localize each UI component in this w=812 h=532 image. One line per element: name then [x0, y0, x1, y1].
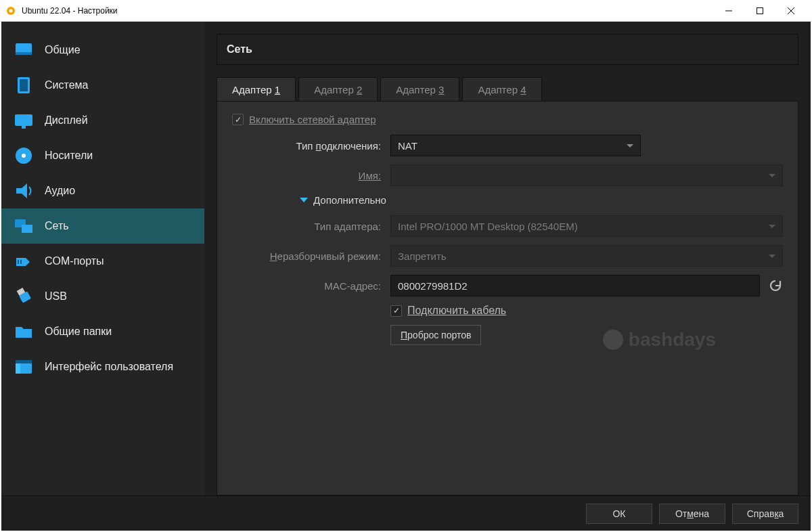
- tab-adapter-3[interactable]: Адаптер 3: [380, 77, 459, 102]
- dialog-footer: ОК Отмена Справка: [1, 495, 811, 531]
- name-select: [390, 164, 783, 186]
- sidebar-item-label: USB: [45, 290, 67, 303]
- main-panel: Сеть Адаптер 1 Адаптер 2 Адаптер 3 Адапт…: [204, 22, 811, 495]
- audio-icon: [12, 179, 35, 202]
- svg-rect-3: [757, 7, 763, 14]
- advanced-disclosure[interactable]: Дополнительно: [300, 194, 783, 206]
- folder-icon: [12, 320, 35, 343]
- storage-icon: [12, 144, 35, 167]
- chevron-down-icon: [627, 144, 633, 148]
- system-icon: [12, 74, 35, 97]
- sidebar-item-label: Сеть: [45, 220, 69, 232]
- sidebar-item-label: Система: [45, 79, 88, 91]
- sidebar-item-system[interactable]: Система: [1, 68, 204, 103]
- adapter-tabbar: Адаптер 1 Адаптер 2 Адаптер 3 Адаптер 4: [217, 77, 798, 102]
- attached-select[interactable]: NAT: [390, 135, 641, 156]
- window-body: Общие Система Дисплей Носители Аудио Сет…: [1, 22, 811, 531]
- refresh-mac-icon[interactable]: [768, 278, 783, 293]
- svg-rect-16: [18, 260, 19, 264]
- sidebar-item-serial[interactable]: COM-порты: [1, 244, 204, 279]
- tab-adapter-4[interactable]: Адаптер 4: [462, 77, 541, 102]
- promiscuous-label: Неразборчивый режим:: [232, 250, 390, 262]
- sidebar-item-ui[interactable]: Интерфейс пользователя: [1, 349, 204, 384]
- adapter-type-label: Тип адаптера:: [232, 221, 390, 232]
- chevron-down-icon: [769, 254, 775, 258]
- app-gear-icon: [5, 5, 16, 16]
- promiscuous-select: Запретить: [390, 245, 783, 267]
- sidebar-item-display[interactable]: Дисплей: [1, 103, 204, 138]
- port-forwarding-button[interactable]: Проброс портов: [390, 325, 481, 345]
- svg-point-13: [22, 154, 26, 158]
- sidebar-item-label: Дисплей: [45, 114, 88, 127]
- svg-rect-17: [20, 260, 22, 264]
- adapter-type-value: Intel PRO/1000 MT Desktop (82540EM): [398, 221, 578, 232]
- svg-rect-7: [16, 52, 32, 55]
- window-title: Ubuntu 22.04 - Настройки: [22, 6, 713, 16]
- attached-value: NAT: [398, 140, 418, 152]
- chevron-down-icon: [769, 174, 775, 177]
- general-icon: [12, 39, 35, 62]
- svg-rect-21: [16, 360, 32, 363]
- cancel-button[interactable]: Отмена: [659, 504, 725, 524]
- ok-button[interactable]: ОК: [586, 504, 652, 524]
- sidebar-item-label: Общие папки: [45, 326, 112, 338]
- help-button[interactable]: Справка: [732, 504, 798, 524]
- ui-icon: [12, 355, 35, 378]
- minimize-button[interactable]: [713, 0, 744, 22]
- titlebar: Ubuntu 22.04 - Настройки: [0, 0, 812, 22]
- name-label: Имя:: [232, 170, 390, 181]
- tab-adapter-1[interactable]: Адаптер 1: [217, 77, 296, 102]
- sidebar: Общие Система Дисплей Носители Аудио Сет…: [1, 22, 204, 495]
- cable-label: Подключить кабель: [407, 305, 506, 317]
- sidebar-item-usb[interactable]: USB: [1, 279, 204, 314]
- mac-input[interactable]: 0800279981D2: [390, 275, 760, 296]
- sidebar-item-network[interactable]: Сеть: [1, 208, 204, 244]
- network-icon: [12, 215, 35, 238]
- mac-label: MAC-адрес:: [232, 280, 390, 292]
- maximize-button[interactable]: [744, 0, 775, 22]
- disclosure-triangle-icon: [300, 198, 308, 202]
- svg-rect-15: [22, 225, 32, 233]
- sidebar-item-label: Носители: [45, 150, 93, 162]
- advanced-label: Дополнительно: [313, 194, 386, 206]
- chevron-down-icon: [769, 225, 775, 228]
- svg-rect-22: [16, 363, 20, 374]
- attached-label: Тип подключения:: [232, 140, 390, 152]
- sidebar-item-shared[interactable]: Общие папки: [1, 314, 204, 349]
- svg-rect-10: [15, 114, 32, 126]
- svg-point-1: [9, 9, 13, 12]
- sidebar-item-label: Общие: [45, 44, 81, 56]
- enable-adapter-label: Включить сетевой адаптер: [249, 114, 376, 125]
- svg-rect-11: [22, 126, 26, 129]
- panel-title: Сеть: [217, 34, 798, 65]
- sidebar-item-storage[interactable]: Носители: [1, 138, 204, 173]
- sidebar-item-label: Аудио: [45, 185, 75, 197]
- serial-icon: [12, 250, 35, 273]
- tab-adapter-2[interactable]: Адаптер 2: [298, 77, 378, 102]
- usb-icon: [12, 285, 35, 308]
- cable-checkbox[interactable]: [390, 305, 402, 317]
- panel-title-text: Сеть: [227, 43, 252, 56]
- sidebar-item-label: Интерфейс пользователя: [45, 361, 173, 373]
- sidebar-item-audio[interactable]: Аудио: [1, 173, 204, 208]
- svg-rect-9: [20, 79, 28, 91]
- adapter-pane: Включить сетевой адаптер Тип подключения…: [217, 101, 798, 495]
- enable-adapter-checkbox[interactable]: [232, 114, 244, 125]
- sidebar-item-label: COM-порты: [45, 255, 104, 267]
- mac-value: 0800279981D2: [398, 280, 468, 292]
- close-button[interactable]: [775, 0, 807, 22]
- sidebar-item-general[interactable]: Общие: [1, 32, 204, 68]
- adapter-type-select: Intel PRO/1000 MT Desktop (82540EM): [390, 215, 783, 237]
- promiscuous-value: Запретить: [398, 250, 447, 262]
- display-icon: [12, 109, 35, 132]
